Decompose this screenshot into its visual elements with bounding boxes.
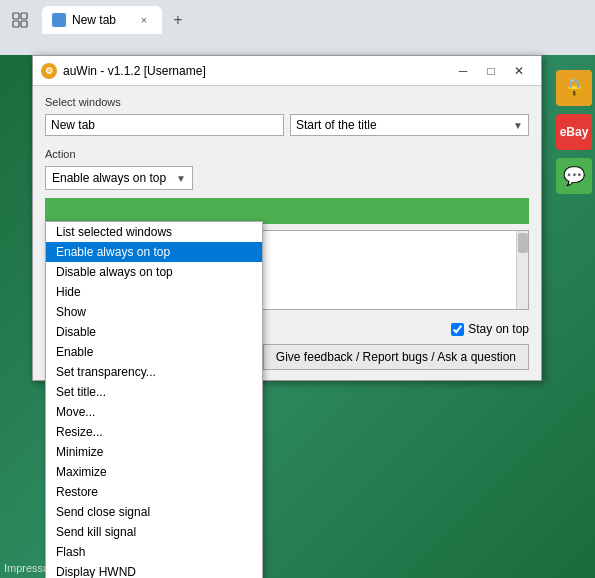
menu-item-display-hwnd[interactable]: Display HWND bbox=[46, 562, 262, 578]
app-window: ⚙ auWin - v1.1.2 [Username] ─ □ ✕ Select… bbox=[32, 55, 542, 381]
svg-rect-1 bbox=[21, 13, 27, 19]
title-filter-arrow: ▼ bbox=[513, 120, 523, 131]
browser-chrome: New tab × + bbox=[0, 0, 595, 55]
tab-icon bbox=[52, 13, 66, 27]
menu-item-show[interactable]: Show bbox=[46, 302, 262, 322]
taskbar-icon-chat[interactable]: 💬 bbox=[556, 158, 592, 194]
select-windows-label: Select windows bbox=[45, 96, 529, 108]
menu-item-enable[interactable]: Enable bbox=[46, 342, 262, 362]
menu-item-set-title[interactable]: Set title... bbox=[46, 382, 262, 402]
menu-item-send-kill[interactable]: Send kill signal bbox=[46, 522, 262, 542]
taskbar-icon-lock[interactable]: 🔒 bbox=[556, 70, 592, 106]
menu-item-transparency[interactable]: Set transparency... bbox=[46, 362, 262, 382]
menu-item-disable-top[interactable]: Disable always on top bbox=[46, 262, 262, 282]
app-body: Select windows Start of the title ▼ Acti… bbox=[33, 86, 541, 380]
menu-item-send-close[interactable]: Send close signal bbox=[46, 502, 262, 522]
menu-item-flash[interactable]: Flash bbox=[46, 542, 262, 562]
app-titlebar: ⚙ auWin - v1.1.2 [Username] ─ □ ✕ bbox=[33, 56, 541, 86]
output-scrollbar[interactable] bbox=[516, 231, 528, 309]
taskbar-right: 🔒 eBay 💬 bbox=[553, 60, 595, 194]
tab-bar: New tab × + bbox=[0, 0, 595, 34]
stay-on-top-label: Stay on top bbox=[468, 322, 529, 336]
select-windows-row: Start of the title ▼ bbox=[45, 114, 529, 136]
window-input[interactable] bbox=[45, 114, 284, 136]
action-label: Action bbox=[45, 148, 529, 160]
menu-item-resize[interactable]: Resize... bbox=[46, 422, 262, 442]
app-icon: ⚙ bbox=[41, 63, 57, 79]
action-selected-value: Enable always on top bbox=[52, 171, 166, 185]
browser-tab[interactable]: New tab × bbox=[42, 6, 162, 34]
minimize-btn[interactable]: ─ bbox=[449, 57, 477, 85]
stay-on-top-checkbox[interactable] bbox=[451, 323, 464, 336]
tab-label: New tab bbox=[72, 13, 116, 27]
app-title: auWin - v1.1.2 [Username] bbox=[63, 64, 449, 78]
stay-on-top-checkbox-label[interactable]: Stay on top bbox=[451, 322, 529, 336]
svg-rect-3 bbox=[21, 21, 27, 27]
close-btn[interactable]: ✕ bbox=[505, 57, 533, 85]
new-tab-button[interactable]: + bbox=[166, 8, 190, 32]
maximize-btn[interactable]: □ bbox=[477, 57, 505, 85]
app-icon-label: ⚙ bbox=[45, 66, 53, 76]
svg-rect-2 bbox=[13, 21, 19, 27]
window-control[interactable] bbox=[6, 6, 34, 34]
menu-item-hide[interactable]: Hide bbox=[46, 282, 262, 302]
feedback-btn[interactable]: Give feedback / Report bugs / Ask a ques… bbox=[263, 344, 529, 370]
menu-item-minimize[interactable]: Minimize bbox=[46, 442, 262, 462]
taskbar-icon-ebay[interactable]: eBay bbox=[556, 114, 592, 150]
tab-close-btn[interactable]: × bbox=[136, 12, 152, 28]
title-filter-dropdown[interactable]: Start of the title ▼ bbox=[290, 114, 529, 136]
menu-item-enable-top[interactable]: Enable always on top bbox=[46, 242, 262, 262]
menu-item-maximize[interactable]: Maximize bbox=[46, 462, 262, 482]
dropdown-menu: List selected windows Enable always on t… bbox=[45, 221, 263, 578]
action-section: Action Enable always on top ▼ bbox=[45, 148, 529, 190]
menu-item-restore[interactable]: Restore bbox=[46, 482, 262, 502]
title-filter-value: Start of the title bbox=[296, 118, 377, 132]
menu-item-list-selected[interactable]: List selected windows bbox=[46, 222, 262, 242]
action-dropdown-btn[interactable]: Enable always on top ▼ bbox=[45, 166, 193, 190]
svg-rect-0 bbox=[13, 13, 19, 19]
action-arrow: ▼ bbox=[176, 173, 186, 184]
menu-item-disable[interactable]: Disable bbox=[46, 322, 262, 342]
scrollbar-thumb bbox=[518, 233, 528, 253]
menu-item-move[interactable]: Move... bbox=[46, 402, 262, 422]
